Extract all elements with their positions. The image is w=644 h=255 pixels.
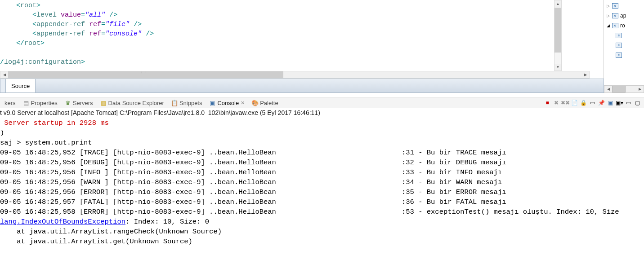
outline-item[interactable]: ◢ero bbox=[607, 21, 644, 31]
remove-launch-button[interactable]: ✖ bbox=[552, 99, 560, 107]
tag-root-open: root bbox=[20, 2, 36, 9]
tab-label: Palette bbox=[260, 100, 278, 106]
attr-ref-1: ref bbox=[89, 21, 101, 28]
remove-all-button[interactable]: ✖✖ bbox=[561, 99, 569, 107]
console-output[interactable]: Server startup in 2928 ms ) saj > system… bbox=[0, 118, 644, 255]
clear-console-button[interactable]: 📄 bbox=[570, 99, 578, 107]
servers-icon: ♛ bbox=[65, 100, 71, 106]
console-toolbar: ■ ✖ ✖✖ 📄 🔒 ▭ 📌 ▣ ▣▾ ▭ ▢ bbox=[543, 99, 643, 107]
element-icon: e bbox=[612, 13, 618, 18]
pin-console-button[interactable]: 📌 bbox=[597, 99, 605, 107]
hscroll-thumb[interactable] bbox=[612, 86, 626, 92]
scroll-left-arrow-icon[interactable]: ◀ bbox=[604, 86, 612, 92]
attr-value: value bbox=[61, 11, 81, 19]
log-line: 09-05 16:48:25,956 [DEBUG] [http-nio-808… bbox=[0, 158, 506, 167]
terminate-button[interactable]: ■ bbox=[543, 99, 551, 107]
attr-value-all: "all" bbox=[85, 11, 105, 19]
scroll-thumb[interactable] bbox=[555, 8, 561, 53]
display-console-button[interactable]: ▣ bbox=[606, 99, 614, 107]
overview-ruler bbox=[562, 0, 564, 71]
outline-label: ro bbox=[620, 22, 625, 29]
snippets-icon: 📋 bbox=[171, 100, 178, 106]
scroll-left-arrow-icon[interactable]: ◀ bbox=[0, 71, 8, 78]
tag-level: level bbox=[36, 11, 57, 19]
scroll-right-arrow-icon[interactable]: ▶ bbox=[581, 71, 589, 78]
close-icon[interactable]: ✕ bbox=[241, 100, 245, 106]
tag-appender-ref-1: appender-ref bbox=[36, 21, 85, 28]
element-icon: e bbox=[616, 53, 622, 58]
outline-panel: ▷e ▷eap ◢ero e e e ◀ ▶ bbox=[604, 0, 644, 93]
log-line-stack: at java.util.ArrayList.get(Unknown Sourc… bbox=[0, 237, 192, 246]
element-icon: e bbox=[612, 23, 618, 28]
attr-ref-2: ref bbox=[89, 30, 101, 38]
editor-horizontal-scrollbar[interactable]: ◀ ⋮⋮⋮ ▶ bbox=[0, 71, 590, 79]
tab-label: Snippets bbox=[179, 100, 202, 106]
log-line: 09-05 16:48:25,958 [ERROR] [http-nio-808… bbox=[0, 208, 619, 216]
log-line-startup: Server startup in 2928 ms bbox=[0, 119, 109, 127]
scroll-lock-button[interactable]: 🔒 bbox=[579, 99, 587, 107]
attr-ref-file: "file" bbox=[105, 21, 130, 28]
tab-label: kers bbox=[4, 100, 16, 106]
outline-label: ap bbox=[620, 13, 626, 19]
log-line: : Index: 10, Size: 0 bbox=[125, 218, 209, 226]
log-line: saj > system.out.print bbox=[0, 139, 92, 147]
outline-tree[interactable]: ▷e ▷eap ◢ero e e e bbox=[604, 0, 644, 60]
log-line: 09-05 16:48:25,957 [FATAL] [http-nio-808… bbox=[0, 198, 506, 206]
hscroll-thumb[interactable]: ⋮⋮⋮ bbox=[8, 71, 283, 78]
hscroll-track[interactable]: ⋮⋮⋮ bbox=[8, 71, 581, 78]
bottom-view-tabs: kers ▤Properties ♛Servers ▥Data Source E… bbox=[0, 97, 644, 108]
outline-horizontal-scrollbar[interactable]: ◀ ▶ bbox=[604, 85, 644, 93]
log-line: ) bbox=[0, 129, 4, 137]
log-line: 09-05 16:48:25,956 [ERROR] [http-nio-808… bbox=[0, 188, 506, 196]
tab-markers[interactable]: kers bbox=[1, 98, 19, 108]
tag-appender-ref-2: appender-ref bbox=[36, 30, 85, 38]
tag-root-close: root bbox=[24, 40, 40, 47]
tab-label: Properties bbox=[31, 100, 58, 106]
log-line: 09-05 16:48:25,956 [WARN ] [http-nio-808… bbox=[0, 178, 502, 186]
tab-data-source-explorer[interactable]: ▥Data Source Explorer bbox=[97, 98, 168, 108]
tab-label: Data Source Explorer bbox=[108, 100, 164, 106]
log-line-stack: at java.util.ArrayList.rangeCheck(Unknow… bbox=[0, 228, 222, 236]
element-icon: e bbox=[616, 43, 622, 48]
log-line: 09-05 16:48:25,952 [TRACE] [http-nio-808… bbox=[0, 149, 506, 157]
palette-icon: 🎨 bbox=[252, 100, 258, 106]
editor-bottom-tabs: Source bbox=[0, 79, 604, 93]
tag-config-close: log4j:configuration bbox=[4, 58, 81, 66]
element-icon: e bbox=[612, 3, 618, 9]
outline-item[interactable]: ▷eap bbox=[607, 11, 644, 21]
word-wrap-button[interactable]: ▭ bbox=[588, 99, 596, 107]
outline-item[interactable]: ▷e bbox=[607, 1, 644, 11]
editor-area: <root> <level value="all" /> <appender-r… bbox=[0, 0, 604, 79]
tab-snippets[interactable]: 📋Snippets bbox=[168, 98, 206, 108]
maximize-button[interactable]: ▢ bbox=[633, 99, 641, 107]
tab-source[interactable]: Source bbox=[5, 79, 36, 92]
datasource-icon: ▥ bbox=[100, 100, 107, 106]
properties-icon: ▤ bbox=[23, 100, 29, 106]
minimize-button[interactable]: ▭ bbox=[624, 99, 632, 107]
scroll-down-arrow-icon[interactable]: ▼ bbox=[555, 64, 561, 70]
open-console-button[interactable]: ▣▾ bbox=[615, 99, 623, 107]
console-icon: ▣ bbox=[209, 100, 215, 106]
tab-servers[interactable]: ♛Servers bbox=[61, 98, 97, 108]
exception-link[interactable]: lang.IndexOutOfBoundsException bbox=[0, 218, 125, 226]
tab-properties[interactable]: ▤Properties bbox=[19, 98, 61, 108]
outline-item[interactable]: e bbox=[607, 31, 644, 40]
tab-label: Source bbox=[11, 83, 30, 89]
tab-label: Console bbox=[217, 100, 239, 106]
scroll-up-arrow-icon[interactable]: ▲ bbox=[555, 0, 561, 7]
code-block[interactable]: <root> <level value="all" /> <appender-r… bbox=[0, 0, 604, 71]
attr-ref-console: "console" bbox=[105, 30, 142, 38]
tab-console[interactable]: ▣Console✕ bbox=[206, 98, 248, 108]
outline-item[interactable]: e bbox=[607, 40, 644, 50]
tab-label: Servers bbox=[73, 100, 93, 106]
element-icon: e bbox=[616, 33, 622, 38]
outline-item[interactable]: e bbox=[607, 50, 644, 60]
console-process-label: t v9.0 Server at localhost [Apache Tomca… bbox=[0, 108, 644, 118]
editor-vertical-scrollbar[interactable]: ▲ ▼ bbox=[554, 0, 562, 71]
log-line: 09-05 16:48:25,956 [INFO ] [http-nio-808… bbox=[0, 168, 502, 176]
scroll-right-arrow-icon[interactable]: ▶ bbox=[636, 86, 644, 92]
tab-palette[interactable]: 🎨Palette bbox=[248, 98, 282, 108]
